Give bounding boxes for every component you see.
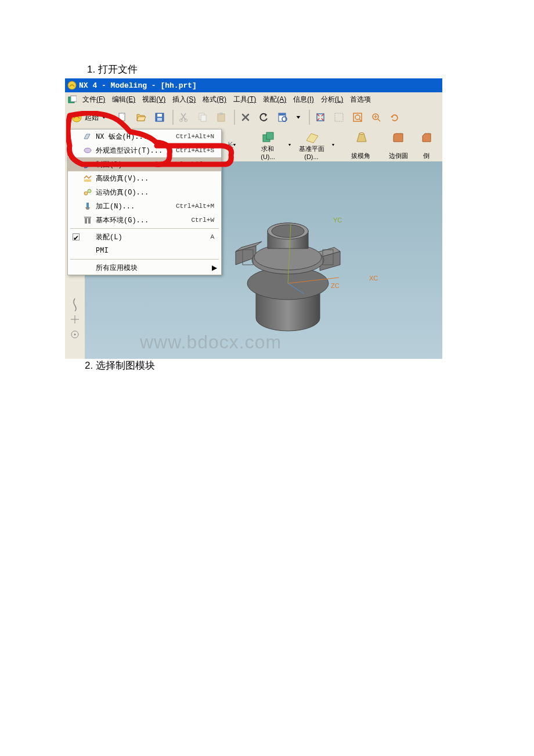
motion-icon	[82, 188, 93, 197]
menu-tools[interactable]: 工具(T)	[230, 93, 259, 106]
rotate-button[interactable]	[387, 109, 403, 125]
zoom-area-button[interactable]	[331, 109, 347, 125]
nav-tab-5[interactable]	[68, 327, 82, 341]
menu-view[interactable]: 视图(V)	[139, 93, 169, 106]
menu-sheetmetal[interactable]: NX 钣金(H)... Ctrl+Alt+N	[68, 129, 221, 143]
gateway-icon	[82, 215, 93, 225]
menu-format[interactable]: 格式(R)	[199, 93, 230, 106]
standard-toolbar: 起始	[65, 107, 442, 128]
dropdown-arrow[interactable]	[287, 129, 293, 161]
check-icon: ✔	[73, 233, 80, 240]
chamfer-button[interactable]: 倒	[417, 129, 435, 161]
svg-rect-7	[157, 118, 162, 121]
chamfer-icon	[420, 130, 432, 145]
menu-preferences[interactable]: 首选项	[347, 93, 374, 106]
svg-rect-28	[86, 203, 89, 207]
red-marker-icon	[160, 162, 165, 167]
menu-motion-sim[interactable]: 运动仿真(O)...	[68, 185, 221, 199]
svg-point-3	[72, 113, 81, 122]
menu-edit[interactable]: 编辑(E)	[109, 93, 139, 106]
unite-icon	[261, 130, 276, 145]
svg-rect-13	[219, 113, 223, 115]
submenu-arrow-icon: ▶	[212, 264, 218, 272]
svg-rect-29	[85, 218, 87, 224]
nav-tab-3[interactable]	[68, 297, 82, 311]
axis-zc-label: ZC	[331, 282, 340, 289]
svg-rect-15	[279, 113, 286, 116]
shape-icon	[82, 146, 93, 155]
draft-icon	[353, 130, 369, 145]
new-button[interactable]	[114, 109, 131, 125]
svg-rect-25	[84, 179, 91, 182]
axis-xc-label: XC	[369, 275, 378, 282]
dropdown-arrow[interactable]	[330, 129, 336, 161]
menu-manufacturing[interactable]: 加工(N)... Ctrl+Alt+M	[68, 199, 221, 213]
datum-plane-button[interactable]: 基准平面(D)...	[293, 129, 330, 161]
nav-tab-4[interactable]	[68, 312, 82, 326]
svg-rect-33	[266, 132, 273, 139]
svg-rect-31	[84, 217, 91, 218]
zoom-button[interactable]	[349, 109, 366, 125]
menu-drafting[interactable]: 制图(D)... Ctrl+Shift+D	[68, 157, 221, 171]
menu-assembly-toggle[interactable]: ✔ 装配(L) A	[68, 230, 221, 244]
menu-gateway[interactable]: 基本环境(G)... Ctrl+W	[68, 213, 221, 227]
sheetmetal-icon	[82, 132, 93, 141]
menu-file[interactable]: 文件(F)	[79, 93, 109, 106]
menu-advanced-sim[interactable]: 高级仿真(V)...	[68, 171, 221, 185]
datum-plane-icon	[304, 130, 319, 145]
svg-point-34	[359, 133, 364, 135]
nx-app-window: NX 4 - Modeling - [hh.prt] 文件(F) 编辑(E) 视…	[65, 78, 442, 359]
undo-button[interactable]	[256, 109, 272, 125]
title-bar: NX 4 - Modeling - [hh.prt]	[65, 78, 442, 92]
paste-button[interactable]	[213, 109, 229, 125]
step1-caption: 1. 打开文件	[0, 0, 534, 78]
fit-button[interactable]	[312, 109, 329, 125]
menu-info[interactable]: 信息(I)	[290, 93, 317, 106]
zoom-in-out-button[interactable]	[368, 109, 384, 125]
copy-button[interactable]	[194, 109, 211, 125]
svg-point-24	[84, 148, 91, 153]
save-button[interactable]	[151, 109, 168, 125]
feature-toolbar: NX 钣金(H)... Ctrl+Alt+N 外观造型设计(T)... Ctrl…	[65, 128, 442, 161]
menu-pmi[interactable]: PMI	[68, 244, 221, 258]
edge-blend-button[interactable]: 边倒圆	[380, 129, 417, 161]
unite-button[interactable]: 求和(U)...	[249, 129, 287, 161]
start-button[interactable]: 起始	[67, 110, 111, 124]
svg-rect-2	[71, 96, 77, 102]
menu-assembly[interactable]: 装配(A)	[259, 93, 290, 106]
mfg-icon	[82, 201, 93, 211]
svg-rect-6	[157, 114, 162, 117]
start-icon	[71, 111, 82, 123]
svg-line-23	[378, 119, 380, 121]
axis-yc-label: YC	[333, 217, 342, 224]
cut-button[interactable]	[176, 109, 192, 125]
open-button[interactable]	[133, 109, 149, 125]
step2-caption: 2. 选择制图模块	[0, 359, 534, 372]
svg-point-0	[68, 81, 76, 89]
svg-rect-30	[88, 218, 91, 224]
svg-rect-18	[335, 113, 343, 121]
watermark: www.bdocx.com	[140, 332, 282, 353]
title-bar-text: NX 4 - Modeling - [hh.prt]	[79, 81, 197, 90]
menubar-icon	[66, 95, 78, 105]
dropdown-arrow[interactable]	[232, 129, 237, 161]
menu-bar: 文件(F) 编辑(E) 视图(V) 插入(S) 格式(R) 工具(T) 装配(A…	[65, 92, 442, 107]
menu-all-apps[interactable]: 所有应用模块 ▶	[68, 261, 221, 275]
delete-button[interactable]	[237, 109, 254, 125]
drafting-icon	[82, 160, 93, 169]
draft-button[interactable]: 拔模角	[342, 129, 380, 161]
menu-analysis[interactable]: 分析(L)	[317, 93, 347, 106]
menu-shape-studio[interactable]: 外观造型设计(T)... Ctrl+Alt+S	[68, 143, 221, 157]
chevron-down-icon[interactable]	[296, 116, 300, 120]
command-finder-button[interactable]	[275, 109, 291, 125]
edge-blend-icon	[391, 130, 406, 145]
model-render	[201, 196, 375, 336]
chevron-down-icon	[102, 116, 106, 120]
svg-rect-11	[201, 115, 206, 121]
sim-icon	[82, 174, 93, 183]
svg-point-40	[74, 334, 76, 336]
svg-point-20	[355, 115, 360, 120]
svg-point-26	[84, 192, 88, 195]
menu-insert[interactable]: 插入(S)	[169, 93, 199, 106]
start-dropdown-menu: NX 钣金(H)... Ctrl+Alt+N 外观造型设计(T)... Ctrl…	[67, 129, 222, 275]
